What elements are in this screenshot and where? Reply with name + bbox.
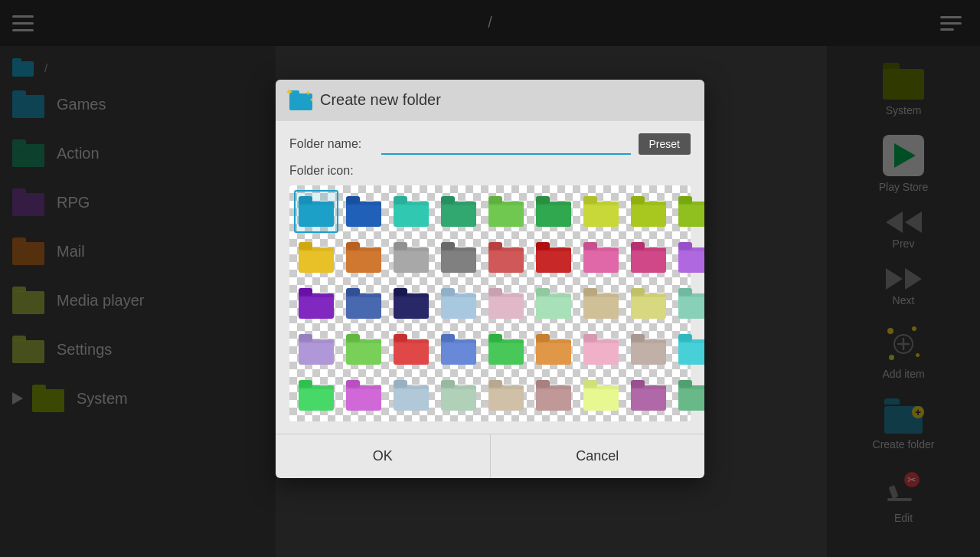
folder-icon-option-20[interactable] [389,282,433,325]
folder-icon-option-18[interactable] [294,282,338,325]
folder-icon-option-16[interactable] [626,236,671,279]
svg-rect-85 [678,293,704,297]
svg-rect-127 [488,385,524,389]
svg-rect-16 [441,202,476,205]
folder-icon-option-36[interactable] [294,374,338,417]
folder-icon-option-5[interactable] [531,190,576,233]
svg-rect-94 [394,339,429,343]
folder-icon-option-3[interactable] [436,190,481,233]
folder-icon-option-21[interactable] [436,282,481,325]
svg-rect-115 [299,385,334,389]
svg-rect-61 [299,293,334,297]
folder-icon-option-37[interactable] [341,374,386,417]
folder-icon-option-6[interactable] [579,190,623,233]
svg-rect-88 [299,339,334,343]
svg-rect-73 [488,293,524,297]
folder-icon-option-29[interactable] [389,328,433,371]
svg-rect-49 [536,247,571,251]
folder-icon-option-27[interactable] [294,328,338,371]
svg-rect-37 [346,247,381,251]
folder-icon-label: Folder icon: [289,164,691,178]
svg-rect-124 [441,385,476,389]
svg-rect-109 [631,339,666,343]
ok-button[interactable]: OK [276,434,490,478]
folder-icon-option-22[interactable] [484,282,528,325]
svg-rect-79 [583,293,619,297]
folder-name-row: Folder name: Preset [289,133,691,155]
folder-icon-option-33[interactable] [579,328,623,371]
folder-icon-option-25[interactable] [626,282,671,325]
folder-icon-option-2[interactable] [389,190,433,233]
modal-body: Folder name: Preset Folder icon: [276,121,704,434]
folder-icon-option-14[interactable] [531,236,576,279]
folder-icon-option-17[interactable] [674,236,704,279]
svg-rect-76 [536,293,571,297]
modal-overlay: ✦ ✦ ✦ Create new folder Folder name: Pre… [0,0,980,557]
svg-rect-130 [536,385,571,389]
folder-icon-option-15[interactable] [579,236,623,279]
folder-icon-option-32[interactable] [531,328,576,371]
svg-rect-64 [346,293,381,297]
folder-icon-option-39[interactable] [436,374,481,417]
folder-icon-option-28[interactable] [341,328,386,371]
svg-rect-28 [631,202,666,205]
svg-rect-121 [394,385,429,389]
folder-icon-option-42[interactable] [579,374,623,417]
svg-rect-133 [583,385,619,389]
folder-icon-option-9[interactable] [294,236,338,279]
folder-icon-option-8[interactable] [674,190,704,233]
folder-icon-option-10[interactable] [341,236,386,279]
folder-icon-option-11[interactable] [389,236,433,279]
folder-icon-option-30[interactable] [436,328,481,371]
preset-button[interactable]: Preset [639,133,691,155]
cancel-button[interactable]: Cancel [490,434,705,478]
folder-icon-grid [289,185,691,421]
folder-icon-option-1[interactable] [341,190,386,233]
modal-title-bar: ✦ ✦ ✦ Create new folder [276,80,704,121]
svg-rect-97 [441,339,476,343]
folder-icon-option-43[interactable] [626,374,671,417]
svg-rect-31 [678,202,704,205]
folder-icon-option-38[interactable] [389,374,433,417]
svg-rect-22 [536,202,571,205]
svg-rect-46 [488,247,524,251]
svg-rect-55 [631,247,666,251]
folder-icon-option-34[interactable] [626,328,671,371]
svg-rect-19 [488,202,524,205]
svg-rect-34 [299,247,334,251]
svg-rect-40 [394,247,429,251]
folder-icon-option-7[interactable] [626,190,671,233]
svg-rect-67 [394,293,429,297]
folder-icon-option-44[interactable] [674,374,704,417]
folder-name-input[interactable] [381,133,631,155]
create-folder-dialog: ✦ ✦ ✦ Create new folder Folder name: Pre… [276,80,704,478]
folder-icon-option-23[interactable] [531,282,576,325]
modal-title: Create new folder [320,91,441,109]
svg-rect-100 [488,339,524,343]
svg-rect-52 [583,247,619,251]
folder-icon-option-40[interactable] [484,374,528,417]
svg-rect-139 [678,385,704,389]
folder-icon-option-26[interactable] [674,282,704,325]
folder-icon-option-4[interactable] [484,190,528,233]
svg-rect-70 [441,293,476,297]
modal-footer: OK Cancel [276,434,704,478]
svg-rect-7 [299,202,334,205]
folder-icon-option-35[interactable] [674,328,704,371]
svg-rect-25 [583,202,619,205]
svg-rect-106 [583,339,619,343]
folder-icon-option-12[interactable] [436,236,481,279]
folder-icon-option-24[interactable] [579,282,623,325]
svg-rect-136 [631,385,666,389]
folder-name-label: Folder name: [289,137,374,151]
svg-rect-91 [346,339,381,343]
svg-rect-82 [631,293,666,297]
svg-rect-58 [678,247,704,251]
folder-icon-option-13[interactable] [484,236,528,279]
svg-rect-103 [536,339,571,343]
folder-icon-option-41[interactable] [531,374,576,417]
folder-icon-option-31[interactable] [484,328,528,371]
svg-rect-118 [346,385,381,389]
folder-icon-option-0[interactable] [294,190,338,233]
folder-icon-option-19[interactable] [341,282,386,325]
